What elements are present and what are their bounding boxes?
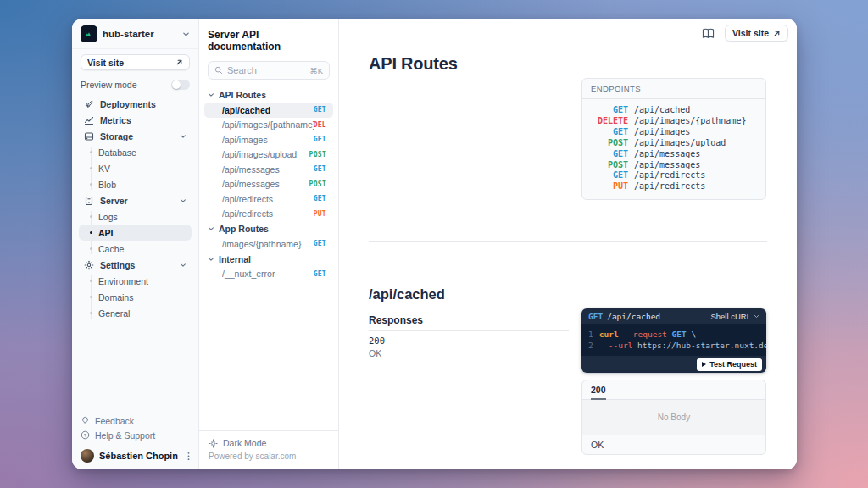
sidebar-item-label: Settings — [100, 260, 135, 270]
endpoint-method: PUT — [591, 181, 628, 192]
sidebar-item-label: KV — [98, 164, 110, 174]
route-item[interactable]: /api/cachedGET — [204, 103, 333, 118]
preview-mode-toggle[interactable] — [171, 80, 190, 90]
play-icon — [702, 362, 706, 367]
section-internal[interactable]: Internal — [204, 252, 333, 267]
user-name: Sébastien Chopin — [99, 451, 182, 461]
route-item[interactable]: /api/images/uploadPOST — [204, 147, 333, 163]
book-icon[interactable] — [702, 28, 715, 39]
endpoint-path: /api/cached — [634, 105, 690, 116]
sun-icon — [209, 439, 218, 448]
sidebar-item-storage[interactable]: Storage — [79, 128, 192, 144]
sidebar-item-database[interactable]: Database — [79, 144, 192, 160]
sidebar-item-label: General — [98, 308, 130, 319]
code-line: 1curl --request GET \ — [588, 329, 760, 340]
bulb-icon — [81, 416, 90, 425]
powered-by-link[interactable]: Powered by scalar.com — [209, 452, 329, 461]
sidebar-item-server[interactable]: Server — [79, 192, 192, 208]
sidebar-item-api[interactable]: API — [79, 225, 192, 241]
search-box[interactable]: ⌘K — [208, 61, 330, 80]
help-support-label: Help & Support — [95, 430, 155, 441]
endpoint-row[interactable]: GET/api/redirects — [591, 170, 757, 181]
code-token: https://hub-starter.nuxt.dev/api — [637, 341, 766, 350]
endpoint-method: POST — [591, 138, 628, 149]
chevron-down-icon — [208, 225, 214, 232]
feedback-button[interactable]: Feedback — [81, 413, 190, 428]
route-item[interactable]: /api/redirectsGET — [204, 191, 333, 207]
visit-site-button[interactable]: Visit site — [81, 54, 190, 70]
route-item[interactable]: /api/redirectsPUT — [204, 207, 333, 222]
panel-title: Server API documentation — [199, 19, 338, 53]
route-item[interactable]: /api/messagesGET — [204, 162, 333, 177]
endpoint-row[interactable]: PUT/api/redirects — [591, 181, 757, 192]
route-item[interactable]: /api/imagesGET — [204, 132, 333, 147]
response-body: No Body — [582, 400, 765, 435]
server-icon — [84, 196, 94, 206]
code-line: 2--url https://hub-starter.nuxt.dev/api — [588, 340, 760, 351]
sidebar-item-kv[interactable]: KV — [79, 160, 192, 176]
tab-200[interactable]: 200 — [591, 380, 606, 399]
sidebar-item-metrics[interactable]: Metrics — [79, 112, 192, 128]
request-example-card: GET /api/cached Shell cURL 1curl --reque… — [581, 308, 766, 373]
workspace-switcher[interactable]: hub-starter — [72, 19, 198, 49]
user-menu[interactable]: Sébastien Chopin — [81, 449, 190, 463]
help-support-button[interactable]: ? Help & Support — [81, 428, 190, 442]
gear-icon — [84, 260, 94, 270]
sidebar-item-settings[interactable]: Settings — [79, 257, 192, 273]
sidebar-item-environment[interactable]: Environment — [79, 273, 192, 289]
dark-mode-toggle[interactable]: Dark Mode — [209, 438, 329, 448]
endpoint-row[interactable]: POST/api/messages — [591, 160, 757, 171]
section-api-routes[interactable]: API Routes — [204, 87, 333, 103]
sidebar-item-domains[interactable]: Domains — [79, 289, 192, 305]
endpoint-row[interactable]: GET/api/images — [591, 127, 757, 138]
endpoint-row[interactable]: POST/api/images/upload — [591, 138, 757, 149]
endpoint-path: /api/redirects — [634, 181, 705, 192]
endpoint-row[interactable]: DELETE/api/images/{pathname} — [591, 116, 757, 127]
code-block[interactable]: 1curl --request GET \ 2--url https://hub… — [581, 324, 766, 356]
endpoint-row[interactable]: GET/api/messages — [591, 149, 757, 160]
sidebar-item-label: Database — [98, 147, 136, 158]
endpoints-header: ENDPOINTS — [582, 79, 765, 99]
avatar — [81, 449, 94, 463]
sidebar-item-general[interactable]: General — [79, 305, 192, 321]
endpoint-path: /api/messages — [634, 149, 700, 160]
dots-vertical-icon[interactable] — [187, 452, 190, 461]
chevron-down-icon — [754, 313, 760, 319]
endpoint-method: GET — [591, 105, 628, 116]
visit-site-button-main[interactable]: Visit site — [725, 25, 788, 42]
hub-logo-icon — [81, 25, 97, 42]
route-path: /api/redirects — [222, 208, 314, 219]
route-item[interactable]: /api/images/{pathname}DEL — [204, 118, 333, 133]
endpoints-list: GET/api/cached DELETE/api/images/{pathna… — [582, 99, 765, 199]
code-token: --request — [623, 330, 666, 339]
method-badge: POST — [309, 151, 326, 158]
sidebar: hub-starter Visit site Preview mode Depl… — [72, 19, 199, 469]
sidebar-item-label: Metrics — [100, 115, 131, 125]
sidebar-item-cache[interactable]: Cache — [79, 241, 192, 257]
section-app-routes[interactable]: App Routes — [204, 221, 333, 236]
route-path: /__nuxt_error — [222, 269, 314, 279]
chevron-down-icon — [182, 30, 190, 38]
sidebar-item-deployments[interactable]: Deployments — [79, 96, 192, 112]
sidebar-item-logs[interactable]: Logs — [79, 208, 192, 225]
method-badge: POST — [309, 180, 326, 188]
request-footer: Test Request — [581, 356, 766, 373]
response-status-code: 200 — [369, 336, 385, 346]
api-docs-panel: Server API documentation ⌘K API Routes /… — [199, 19, 339, 469]
route-item[interactable]: /api/messagesPOST — [204, 177, 333, 192]
test-request-button[interactable]: Test Request — [697, 358, 762, 371]
route-item[interactable]: /images/{pathname}GET — [204, 236, 333, 252]
sidebar-item-blob[interactable]: Blob — [79, 176, 192, 192]
page-title: API Routes — [369, 54, 458, 74]
search-input[interactable] — [227, 65, 305, 75]
endpoint-row[interactable]: GET/api/cached — [591, 105, 757, 116]
help-circle-icon: ? — [81, 430, 90, 440]
route-item[interactable]: /__nuxt_errorGET — [204, 267, 333, 282]
settings-subgroup: Environment Domains General — [79, 273, 192, 321]
workspace-name: hub-starter — [103, 29, 177, 39]
search-icon — [214, 66, 223, 75]
line-number: 1 — [588, 330, 593, 339]
section-divider — [369, 241, 767, 242]
language-selector[interactable]: Shell cURL — [710, 312, 760, 321]
line-number: 2 — [588, 341, 593, 350]
